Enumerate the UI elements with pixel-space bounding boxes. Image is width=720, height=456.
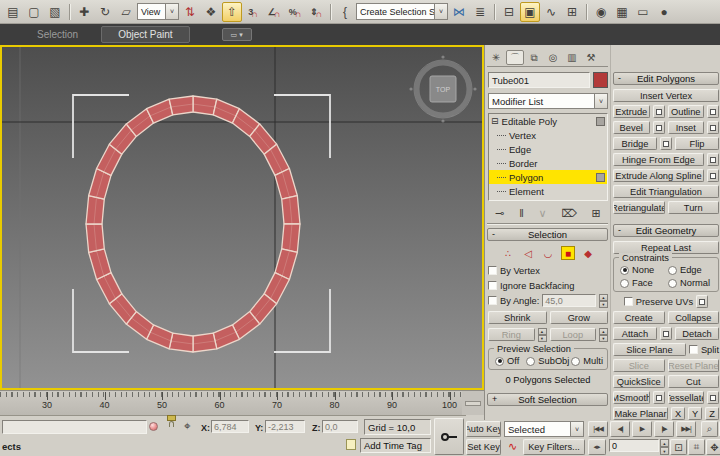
- select-and-rotate-button[interactable]: ↻: [95, 2, 115, 22]
- render-setup-button[interactable]: ▦: [612, 2, 632, 22]
- transform-type-in-toggle[interactable]: ⌖: [184, 419, 191, 433]
- spinner[interactable]: ▴▾: [599, 328, 608, 341]
- by-angle-checkbox[interactable]: [488, 296, 497, 305]
- zoom-region-icon[interactable]: ⌗: [688, 439, 705, 455]
- material-editor-button[interactable]: ◉: [591, 2, 611, 22]
- key-filters-button[interactable]: Key Filters...: [523, 439, 585, 455]
- schematic-view-button[interactable]: ⊞: [562, 2, 582, 22]
- create-button[interactable]: Create: [613, 311, 665, 324]
- spinner-snap-button[interactable]: ⇕∩: [306, 2, 326, 22]
- radio-none[interactable]: [620, 266, 629, 275]
- settings-box-button[interactable]: [653, 391, 665, 404]
- select-and-move-button[interactable]: ✚: [74, 2, 94, 22]
- settings-box-button[interactable]: [707, 391, 719, 404]
- turn-button[interactable]: Turn: [668, 201, 720, 214]
- bevel-button[interactable]: Bevel: [613, 121, 650, 134]
- detach-button[interactable]: Detach: [675, 327, 719, 340]
- slice-plane-button[interactable]: Slice Plane: [613, 343, 686, 356]
- key-tangent-curve-icon[interactable]: ∿: [505, 440, 520, 453]
- edit-triangulation-button[interactable]: Edit Triangulation: [613, 185, 719, 198]
- settings-box-button[interactable]: [660, 327, 672, 340]
- edit-geometry-rollout-header[interactable]: -Edit Geometry: [613, 224, 719, 237]
- frame-spinner[interactable]: ▴▾: [660, 439, 669, 455]
- next-frame-button[interactable]: |▶: [654, 421, 674, 437]
- y-button[interactable]: Y: [688, 407, 702, 420]
- graphite-modeling-tools-button[interactable]: ▣: [520, 2, 540, 22]
- remove-modifier-button[interactable]: ⌦: [561, 207, 577, 220]
- settings-box-button[interactable]: [707, 153, 719, 166]
- align-button[interactable]: ≣: [470, 2, 490, 22]
- flip-button[interactable]: Flip: [675, 137, 719, 150]
- settings-box-button[interactable]: [653, 121, 665, 134]
- edit-named-selection-sets-button[interactable]: {: [335, 2, 355, 22]
- key-mode-toggle-button[interactable]: ◂▸: [588, 439, 606, 455]
- insert-vertex-button[interactable]: Insert Vertex: [613, 89, 719, 102]
- extrude-along-spline-button[interactable]: Extrude Along Spline: [613, 169, 704, 182]
- display-tab[interactable]: ▥: [563, 50, 581, 65]
- radio-off[interactable]: [495, 357, 504, 366]
- cut-button[interactable]: Cut: [668, 375, 720, 388]
- object-color-swatch[interactable]: [593, 72, 608, 88]
- soft-selection-rollout-header[interactable]: + Soft Selection: [487, 393, 608, 406]
- stack-row-editable-poly[interactable]: ⊟Editable Poly: [489, 114, 607, 128]
- hinge-from-edge-button[interactable]: Hinge From Edge: [613, 153, 704, 166]
- modify-tab[interactable]: ⌒: [506, 50, 524, 65]
- curve-editor-button[interactable]: ∿: [541, 2, 561, 22]
- pan-view-icon[interactable]: ✥: [706, 439, 720, 455]
- radio-option-multi[interactable]: Multi: [571, 356, 603, 366]
- collapse-button[interactable]: Collapse: [668, 311, 720, 324]
- stack-row-border[interactable]: Border: [489, 156, 607, 170]
- paint-selection-region-button[interactable]: ▧: [45, 2, 65, 22]
- selection-rollout-header[interactable]: - Selection: [487, 228, 608, 241]
- by-vertex-checkbox[interactable]: [488, 266, 497, 275]
- isolate-selection-icon[interactable]: ⊡: [670, 439, 687, 455]
- ribbon-tab-object-paint[interactable]: Object Paint: [101, 26, 189, 43]
- coordinate-z-field[interactable]: 0,0: [322, 420, 358, 433]
- utilities-tab[interactable]: ⚒: [582, 50, 600, 65]
- settings-box-button[interactable]: [707, 121, 719, 134]
- split-checkbox[interactable]: [689, 345, 698, 354]
- play-button[interactable]: ▶: [632, 421, 652, 437]
- add-time-tag-button[interactable]: Add Time Tag: [360, 438, 431, 453]
- radio-multi[interactable]: [571, 357, 580, 366]
- radio-option-edge[interactable]: Edge: [668, 265, 714, 275]
- mirror-button[interactable]: ⋈: [449, 2, 469, 22]
- radio-normal[interactable]: [668, 279, 677, 288]
- timeline-scrollbar[interactable]: [462, 390, 484, 415]
- msmooth-button[interactable]: MSmooth: [613, 391, 650, 404]
- extrude-button[interactable]: Extrude: [613, 105, 650, 118]
- radio-option-none[interactable]: None: [620, 265, 666, 275]
- stack-row-element[interactable]: Element: [489, 184, 607, 198]
- set-keys-button[interactable]: [434, 418, 464, 455]
- viewport-top[interactable]: TOP: [0, 45, 484, 390]
- render-production-button[interactable]: ●: [654, 2, 674, 22]
- radio-subobj[interactable]: [526, 357, 535, 366]
- tessellate-button[interactable]: Tessellate: [668, 391, 705, 404]
- ribbon-tab-selection[interactable]: Selection: [20, 26, 95, 43]
- edge-subobject-icon[interactable]: ◁: [521, 246, 535, 260]
- radio-option-normal[interactable]: Normal: [668, 278, 714, 288]
- element-subobject-icon[interactable]: ◆: [581, 246, 595, 260]
- radio-face[interactable]: [620, 279, 629, 288]
- radio-option-off[interactable]: Off: [495, 356, 524, 366]
- border-subobject-icon[interactable]: ◡: [541, 246, 555, 260]
- edit-polygons-rollout-header[interactable]: -Edit Polygons: [613, 72, 719, 85]
- configure-modifier-sets-button[interactable]: ⊞: [591, 207, 600, 220]
- coordinate-x-field[interactable]: 6,784: [211, 420, 249, 433]
- hierarchy-tab[interactable]: ⧉: [525, 50, 543, 65]
- radio-edge[interactable]: [668, 266, 677, 275]
- previous-frame-button[interactable]: ◀|: [610, 421, 630, 437]
- current-frame-field[interactable]: 0: [609, 439, 659, 452]
- select-and-scale-button[interactable]: ▱: [116, 2, 136, 22]
- polygon-subobject-icon[interactable]: ■: [561, 246, 575, 260]
- spinner[interactable]: ▴▾: [538, 328, 547, 341]
- auto-key-button[interactable]: Auto Key: [466, 421, 501, 437]
- radio-option-face[interactable]: Face: [620, 278, 666, 288]
- outline-button[interactable]: Outline: [668, 105, 705, 118]
- notification-bulb-icon[interactable]: [149, 422, 158, 431]
- pin-stack-button[interactable]: ⊸: [495, 207, 504, 220]
- stack-row-polygon[interactable]: Polygon: [489, 170, 607, 184]
- snaps-toggle-button[interactable]: 3∩: [243, 2, 263, 22]
- selection-filter-button[interactable]: ▤: [3, 2, 23, 22]
- preserve-uvs-checkbox[interactable]: [624, 297, 633, 306]
